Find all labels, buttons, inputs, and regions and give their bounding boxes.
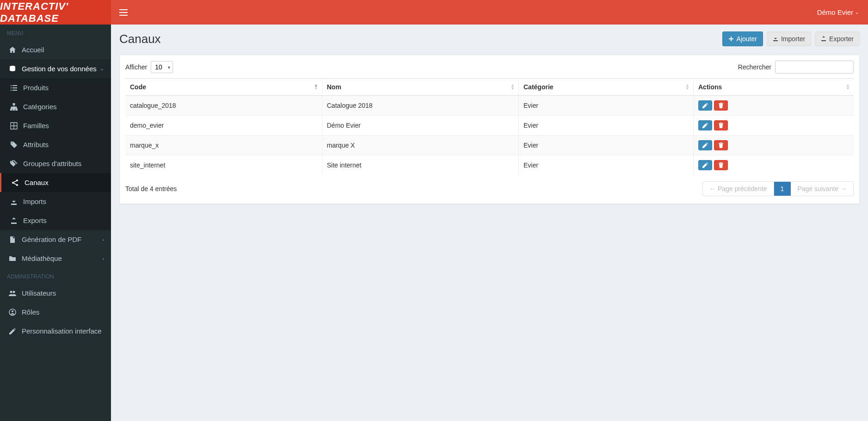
column-header-code[interactable]: Code ▲▼	[125, 79, 322, 96]
search-label: Rechercher	[738, 63, 771, 71]
pagination-current[interactable]: 1	[774, 182, 791, 196]
users-icon	[7, 290, 18, 297]
user-circle-icon	[7, 309, 18, 316]
sidebar-item-label: Imports	[23, 198, 46, 205]
chevron-right-icon: ›	[102, 237, 104, 242]
sidebar-item-label: Rôles	[22, 308, 39, 316]
sidebar-item-label: Accueil	[22, 46, 44, 54]
sitemap-icon	[8, 103, 19, 111]
button-label: Importer	[781, 35, 805, 43]
edit-button[interactable]	[698, 100, 712, 111]
total-text: Total de 4 entrées	[125, 185, 177, 192]
pagination: ← Page précédente 1 Page suivante →	[702, 181, 854, 196]
delete-button[interactable]	[714, 140, 728, 150]
cell-nom: Site internet	[322, 155, 518, 175]
sidebar-item-imports[interactable]: Imports	[0, 192, 111, 211]
cell-nom: Démo Evier	[322, 116, 518, 136]
list-icon	[8, 84, 19, 92]
export-button[interactable]: Exporter	[815, 31, 860, 46]
edit-button[interactable]	[698, 120, 712, 130]
svg-point-7	[12, 310, 13, 312]
cell-categorie: Evier	[519, 116, 694, 136]
sidebar-item-attributs[interactable]: Attributs	[0, 135, 111, 154]
panel-footer: Total de 4 entrées ← Page précédente 1 P…	[125, 181, 854, 196]
delete-button[interactable]	[714, 160, 728, 170]
table-row: demo_evierDémo EvierEvier	[125, 116, 854, 136]
tags-icon	[8, 160, 19, 167]
trash-icon	[718, 123, 724, 128]
table-row: catalogue_2018Catalogue 2018Evier	[125, 96, 854, 116]
user-menu[interactable]: Démo Evier ⌄	[808, 8, 868, 16]
sidebar-item-label: Génération de PDF	[22, 235, 81, 243]
table-row: site_internetSite internetEvier	[125, 155, 854, 175]
sort-icon: ▲▼	[314, 84, 318, 90]
sidebar-item-familles[interactable]: Familles	[0, 116, 111, 135]
page-size-select[interactable]: 10	[151, 61, 173, 73]
sort-icon: ▲▼	[511, 84, 515, 90]
sidebar-item-media[interactable]: Médiathèque ›	[0, 249, 111, 268]
sidebar-item-canaux[interactable]: Canaux	[0, 173, 111, 192]
grid-icon	[8, 122, 19, 130]
column-header-categorie[interactable]: Catégorie ▲▼	[519, 79, 694, 96]
svg-point-4	[10, 291, 12, 293]
import-button[interactable]: Importer	[767, 31, 811, 46]
sidebar-item-exports[interactable]: Exports	[0, 211, 111, 230]
cell-nom: Catalogue 2018	[322, 96, 518, 116]
toolbar: Ajouter Importer Exporter	[722, 31, 860, 46]
cell-categorie: Evier	[519, 136, 694, 155]
edit-button[interactable]	[698, 140, 712, 150]
trash-icon	[718, 142, 724, 148]
delete-button[interactable]	[714, 100, 728, 111]
sidebar-item-perso[interactable]: Personnalisation interface	[0, 322, 111, 341]
topbar: INTERACTIV' DATABASE Démo Evier ⌄	[0, 0, 868, 25]
content: Canaux Ajouter Importer Exporter	[111, 25, 868, 421]
column-header-actions: Actions ▲▼	[694, 79, 854, 96]
chevron-down-icon: ⌄	[855, 10, 859, 15]
sidebar-item-categories[interactable]: Catégories	[0, 97, 111, 116]
sidebar-item-produits[interactable]: Produits	[0, 78, 111, 97]
search-input[interactable]	[775, 61, 854, 74]
chevron-down-icon: ⌄	[100, 66, 104, 72]
pagination-prev[interactable]: ← Page précédente	[703, 182, 774, 196]
cell-categorie: Evier	[519, 96, 694, 116]
svg-point-0	[10, 66, 15, 68]
trash-icon	[718, 162, 724, 168]
cell-actions	[694, 96, 854, 116]
add-button[interactable]: Ajouter	[722, 31, 763, 46]
table-row: marque_xmarque XEvier	[125, 136, 854, 155]
sidebar-heading-admin: ADMINISTRATION	[0, 268, 111, 284]
edit-icon	[7, 328, 18, 335]
pencil-icon	[702, 123, 708, 128]
sidebar-item-groupes[interactable]: Groupes d'attributs	[0, 154, 111, 173]
button-label: Ajouter	[737, 35, 757, 43]
pencil-icon	[702, 142, 708, 148]
sort-icon: ▲▼	[846, 84, 850, 90]
sort-icon: ▲▼	[685, 84, 689, 90]
edit-button[interactable]	[698, 160, 712, 170]
sidebar-item-accueil[interactable]: Accueil	[0, 40, 111, 59]
home-icon	[7, 46, 18, 54]
sidebar-item-label: Familles	[23, 122, 49, 130]
page-header: Canaux Ajouter Importer Exporter	[119, 31, 860, 46]
sidebar-item-utilisateurs[interactable]: Utilisateurs	[0, 284, 111, 303]
pagination-next[interactable]: Page suivante →	[791, 182, 853, 196]
download-icon	[8, 198, 19, 205]
brand-logo[interactable]: INTERACTIV' DATABASE	[0, 0, 111, 25]
cell-code: demo_evier	[125, 116, 322, 136]
sidebar-item-gestion[interactable]: Gestion de vos données ⌄	[0, 59, 111, 78]
sidebar-item-label: Groupes d'attributs	[23, 160, 81, 167]
hamburger-icon[interactable]	[111, 9, 136, 16]
cell-actions	[694, 116, 854, 136]
column-header-nom[interactable]: Nom ▲▼	[322, 79, 518, 96]
plus-icon	[728, 36, 734, 42]
download-icon	[773, 36, 778, 42]
tag-icon	[8, 141, 19, 149]
datatable: Code ▲▼ Nom ▲▼ Catégorie ▲▼ Actions	[125, 78, 854, 175]
sidebar-item-label: Attributs	[23, 141, 49, 149]
delete-button[interactable]	[714, 120, 728, 130]
sidebar-heading-menu: MENU	[0, 25, 111, 40]
sidebar-item-roles[interactable]: Rôles	[0, 303, 111, 322]
sidebar-item-label: Médiathèque	[22, 254, 62, 262]
topbar-left: INTERACTIV' DATABASE	[0, 0, 136, 25]
sidebar-item-pdf[interactable]: Génération de PDF ›	[0, 230, 111, 249]
